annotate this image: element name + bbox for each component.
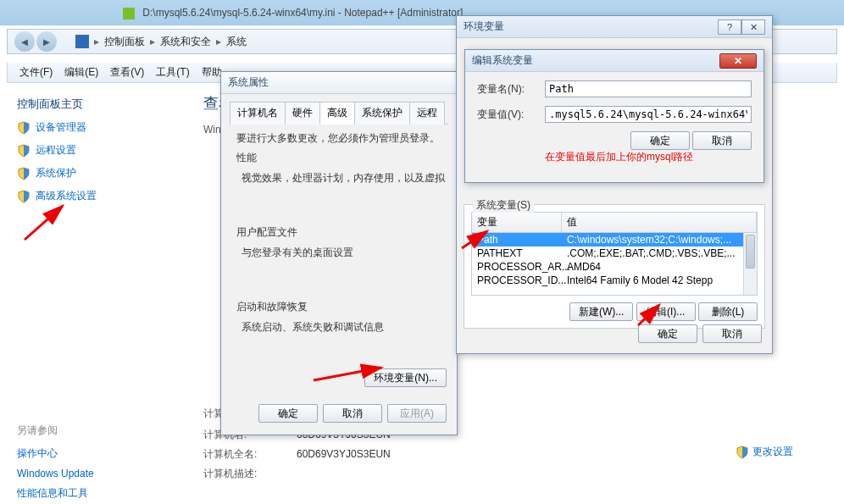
system-vars-group: 系统变量(S) 变量 值 PathC:\windows\system32;C:\…	[464, 204, 765, 329]
tab-advanced[interactable]: 高级	[319, 102, 355, 125]
startup-body: 系统启动、系统失败和调试信息	[242, 319, 445, 335]
cancel-button[interactable]: 取消	[692, 131, 752, 150]
dialog-titlebar[interactable]: 编辑系统变量 ✕	[465, 50, 763, 72]
dialog-titlebar[interactable]: 系统属性	[221, 72, 457, 94]
forward-button[interactable]: ►	[36, 31, 57, 52]
ok-button[interactable]: 确定	[630, 131, 690, 150]
list-row[interactable]: PROCESSOR_AR...AMD64	[472, 260, 757, 274]
menu-file[interactable]: 文件(F)	[14, 65, 58, 80]
sidebar-item-label: 系统保护	[36, 166, 76, 180]
dialog-titlebar[interactable]: 环境变量 ?✕	[457, 16, 772, 38]
sidebar-item-protection[interactable]: 系统保护	[17, 166, 166, 180]
tab-strip: 计算机名 硬件 高级 系统保护 远程	[230, 101, 448, 125]
system-properties-dialog: 系统属性 计算机名 硬件 高级 系统保护 远程 要进行大多数更改，您必须作为管理…	[220, 71, 458, 435]
breadcrumb-item[interactable]: 控制面板	[104, 35, 145, 49]
var-name-row: 变量名(N):	[477, 80, 752, 97]
var-name-input[interactable]	[545, 80, 752, 97]
notepad-icon	[123, 8, 135, 19]
dialog-title: 系统属性	[228, 75, 269, 90]
seealso-title: 另请参阅	[17, 424, 166, 438]
tab-computer-name[interactable]: 计算机名	[230, 102, 286, 125]
menu-edit[interactable]: 编辑(E)	[59, 65, 103, 80]
apply-button[interactable]: 应用(A)	[387, 404, 447, 423]
notepad-title-text: D:\mysql5.6.24\mysql-5.6.24-winx64\my.in…	[142, 7, 463, 19]
edit-var-button[interactable]: 编辑(I)...	[636, 302, 696, 321]
sidebar-item-advanced[interactable]: 高级系统设置	[17, 189, 166, 203]
chevron-right-icon: ▸	[216, 36, 221, 47]
profile-heading: 用户配置文件	[236, 225, 445, 240]
sidebar: 控制面板主页 设备管理器 远程设置 系统保护 高级系统设置 另请参阅 操作中心 …	[7, 83, 176, 504]
group-title: 系统变量(S)	[473, 198, 534, 213]
list-header: 变量 值	[471, 212, 758, 233]
new-var-button[interactable]: 新建(W)...	[569, 302, 633, 321]
cancel-button[interactable]: 取消	[702, 324, 762, 343]
col-variable[interactable]: 变量	[472, 213, 562, 232]
menu-view[interactable]: 查看(V)	[105, 65, 149, 80]
chevron-right-icon: ▸	[150, 36, 155, 47]
profile-body: 与您登录有关的桌面设置	[242, 245, 445, 261]
tab-protection[interactable]: 系统保护	[354, 102, 410, 125]
control-panel-icon	[75, 35, 89, 48]
list-row[interactable]: PathC:\windows\system32;C:\windows;...	[472, 233, 757, 246]
perf-heading: 性能	[236, 151, 445, 165]
breadcrumb[interactable]: ▸ 控制面板 ▸ 系统和安全 ▸ 系统	[75, 35, 247, 49]
back-button[interactable]: ◄	[14, 31, 35, 52]
startup-heading: 启动和故障恢复	[236, 300, 445, 314]
chevron-right-icon: ▸	[94, 36, 99, 47]
ok-button[interactable]: 确定	[638, 324, 697, 343]
shield-icon	[17, 190, 31, 203]
var-name-label: 变量名(N):	[477, 82, 545, 97]
perf-body: 视觉效果，处理器计划，内存使用，以及虚拟	[242, 170, 445, 186]
edit-var-dialog: 编辑系统变量 ✕ 变量名(N): 变量值(V): 确定 取消 在变量值最后加上你…	[464, 49, 764, 183]
seealso-action-center[interactable]: 操作中心	[17, 446, 166, 461]
shield-icon	[736, 446, 749, 459]
var-value-input[interactable]	[545, 106, 752, 123]
description-row: 计算机描述:	[203, 467, 827, 481]
tab-remote[interactable]: 远程	[409, 102, 445, 125]
tab-hardware[interactable]: 硬件	[285, 102, 320, 125]
var-value-row: 变量值(V):	[477, 106, 752, 123]
shield-icon	[17, 167, 31, 180]
menu-tools[interactable]: 工具(T)	[151, 65, 194, 80]
list-row[interactable]: PROCESSOR_ID...Intel64 Family 6 Model 42…	[472, 274, 757, 287]
admin-note: 要进行大多数更改，您必须作为管理员登录。	[236, 131, 445, 146]
col-value[interactable]: 值	[562, 213, 757, 232]
close-button[interactable]: ✕	[741, 19, 765, 35]
change-settings-link[interactable]: 更改设置	[736, 445, 793, 459]
shield-icon	[17, 121, 31, 135]
sidebar-item-label: 高级系统设置	[36, 189, 97, 203]
seealso-windows-update[interactable]: Windows Update	[17, 468, 166, 479]
help-button[interactable]: ?	[718, 19, 741, 35]
dialog-title: 编辑系统变量	[472, 53, 533, 68]
breadcrumb-item[interactable]: 系统和安全	[160, 35, 211, 49]
annotation-note: 在变量值最后加上你的mysql路径	[545, 150, 763, 164]
breadcrumb-item[interactable]: 系统	[226, 35, 247, 49]
scroll-thumb[interactable]	[746, 235, 755, 269]
seealso-performance[interactable]: 性能信息和工具	[17, 486, 166, 501]
cancel-button[interactable]: 取消	[323, 404, 382, 423]
scrollbar[interactable]	[743, 233, 757, 295]
system-vars-list[interactable]: PathC:\windows\system32;C:\windows;... P…	[471, 233, 758, 296]
close-button[interactable]: ✕	[719, 53, 757, 69]
sidebar-item-device-manager[interactable]: 设备管理器	[17, 120, 166, 135]
sidebar-item-label: 设备管理器	[36, 120, 86, 135]
var-value-label: 变量值(V):	[477, 108, 545, 122]
env-vars-button[interactable]: 环境变量(N)...	[364, 368, 447, 387]
dialog-title: 环境变量	[464, 19, 504, 34]
list-row[interactable]: PATHEXT.COM;.EXE;.BAT;.CMD;.VBS;.VBE;...	[472, 246, 757, 260]
delete-var-button[interactable]: 删除(L)	[698, 302, 758, 321]
shield-icon	[17, 144, 31, 158]
full-name-row: 计算机全名:60D69V3YJ0S3EUN	[203, 447, 827, 462]
ok-button[interactable]: 确定	[258, 404, 318, 423]
sidebar-item-label: 远程设置	[36, 143, 76, 158]
sidebar-item-remote[interactable]: 远程设置	[17, 143, 166, 158]
sidebar-home[interactable]: 控制面板主页	[17, 97, 166, 112]
